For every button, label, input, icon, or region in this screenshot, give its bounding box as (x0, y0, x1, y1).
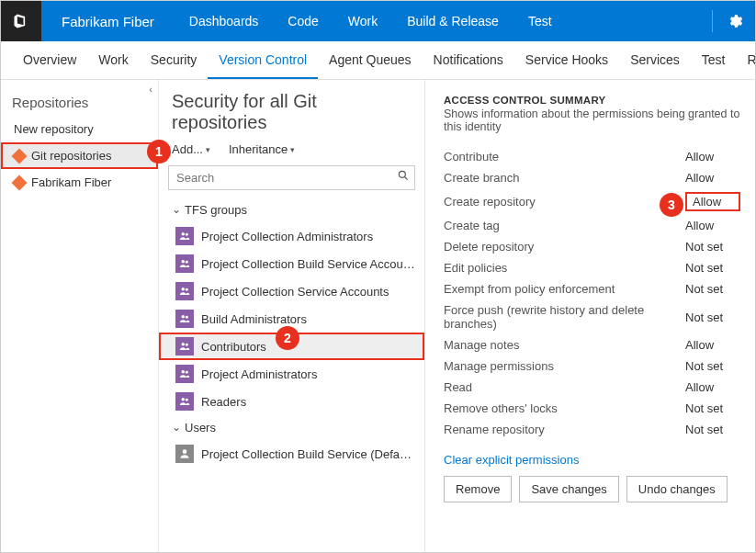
tab-security[interactable]: Security (140, 41, 209, 79)
git-diamond-icon (12, 148, 28, 164)
nav-divider (712, 10, 713, 32)
project-name[interactable]: Fabrikam Fiber (41, 1, 175, 41)
repo-item-new-repository[interactable]: New repository (1, 116, 158, 142)
svg-point-5 (186, 261, 188, 264)
tab-services[interactable]: Services (619, 41, 691, 79)
repositories-panel: ‹ Repositories New repositoryGit reposit… (1, 80, 159, 552)
tab-service-hooks[interactable]: Service Hooks (514, 41, 619, 79)
tab-notifications[interactable]: Notifications (423, 41, 514, 79)
tab-agent-queues[interactable]: Agent Queues (318, 41, 423, 79)
svg-line-1 (405, 177, 408, 180)
inheritance-menu[interactable]: Inheritance▾ (229, 142, 295, 156)
tab-work[interactable]: Work (87, 41, 139, 79)
group-project-collection-build-service-accounts[interactable]: Project Collection Build Service Account… (159, 250, 424, 277)
tab-release[interactable]: Release (737, 41, 756, 79)
permission-row: Exempt from policy enforcementNot set (444, 278, 740, 299)
settings-gear-icon[interactable] (715, 1, 755, 41)
repo-item-git-repositories[interactable]: Git repositories (1, 142, 158, 169)
svg-point-3 (186, 233, 188, 236)
undo-changes-button[interactable]: Undo changes (626, 476, 728, 502)
permission-value[interactable]: Not set (685, 240, 740, 254)
users-header[interactable]: Users (159, 415, 424, 440)
permission-value[interactable]: Allow (685, 338, 740, 352)
group-icon (175, 392, 194, 411)
repo-item-fabrikam-fiber[interactable]: Fabrikam Fiber (1, 169, 158, 196)
user-label: Project Collection Build Service (Defaul… (201, 447, 415, 461)
topnav-test[interactable]: Test (513, 1, 567, 41)
permission-value[interactable]: Allow (685, 150, 740, 164)
permission-row: Edit policiesNot set (444, 257, 740, 278)
save-changes-button[interactable]: Save changes (519, 476, 618, 502)
permission-name: Manage notes (444, 338, 519, 352)
group-readers[interactable]: Readers (159, 388, 424, 415)
permission-value[interactable]: Not set (685, 401, 740, 415)
remove-button[interactable]: Remove (444, 476, 512, 502)
svg-point-2 (182, 232, 186, 235)
group-project-collection-administrators[interactable]: Project Collection Administrators (159, 222, 424, 250)
repo-item-label: Git repositories (31, 149, 111, 163)
permission-value[interactable]: Not set (685, 261, 740, 275)
permission-row: Manage notesAllow (444, 334, 740, 356)
group-icon (175, 310, 194, 328)
group-icon (175, 254, 194, 273)
security-groups-panel: Security for all Git repositories Add...… (159, 80, 425, 552)
topnav-code[interactable]: Code (273, 1, 333, 41)
svg-point-10 (182, 343, 186, 346)
permission-row: Create repositoryAllow (444, 188, 740, 215)
search-icon[interactable] (397, 169, 410, 185)
group-icon (175, 365, 194, 383)
topnav-work[interactable]: Work (333, 1, 392, 41)
collapse-left-icon[interactable]: ‹ (149, 84, 152, 95)
group-label: Build Administrators (201, 312, 307, 326)
topnav-build-release[interactable]: Build & Release (392, 1, 513, 41)
svg-point-11 (186, 344, 188, 346)
permission-value[interactable]: Allow (685, 219, 740, 232)
user-item[interactable]: Project Collection Build Service (Defaul… (159, 440, 424, 468)
permission-value[interactable]: Not set (685, 423, 740, 436)
group-label: Readers (201, 395, 246, 409)
tab-overview[interactable]: Overview (12, 41, 87, 79)
tab-version-control[interactable]: Version Control (208, 41, 318, 79)
permission-row: Create tagAllow (444, 215, 740, 236)
permission-name: Manage permissions (444, 359, 554, 373)
group-label: Project Administrators (201, 367, 317, 381)
svg-point-14 (182, 398, 186, 401)
permission-value[interactable]: Not set (685, 310, 740, 324)
tab-test[interactable]: Test (691, 41, 737, 79)
topnav-dashboards[interactable]: Dashboards (175, 1, 274, 41)
permission-name: Contribute (444, 150, 499, 164)
group-project-administrators[interactable]: Project Administrators (159, 360, 424, 388)
group-icon (175, 282, 194, 300)
acs-heading: ACCESS CONTROL SUMMARY (444, 95, 740, 106)
permission-value[interactable]: Allow (685, 380, 740, 394)
clear-permissions-link[interactable]: Clear explicit permissions (444, 453, 740, 467)
permission-row: Create branchAllow (444, 167, 740, 188)
repo-item-label: New repository (14, 122, 94, 136)
permission-row: ContributeAllow (444, 146, 740, 167)
repo-item-label: Fabrikam Fiber (31, 175, 111, 189)
svg-point-13 (186, 371, 188, 374)
permission-row: Manage permissionsNot set (444, 356, 740, 377)
permissions-panel: ACCESS CONTROL SUMMARY Shows information… (425, 80, 755, 552)
add-menu[interactable]: Add...▾ (172, 142, 210, 156)
svg-point-7 (186, 288, 188, 291)
permission-value[interactable]: Allow (685, 192, 740, 211)
group-label: Project Collection Administrators (201, 230, 373, 243)
permission-value[interactable]: Not set (685, 282, 740, 296)
app-logo[interactable] (1, 1, 41, 41)
svg-point-8 (182, 315, 186, 319)
svg-point-15 (186, 399, 188, 401)
tfs-groups-header[interactable]: TFS groups (159, 198, 424, 222)
permission-name: Remove others' locks (444, 401, 558, 415)
permission-name: Edit policies (444, 261, 507, 275)
permission-row: Rename repositoryNot set (444, 419, 740, 440)
svg-point-0 (399, 171, 405, 177)
search-input[interactable] (168, 165, 415, 190)
permission-value[interactable]: Not set (685, 359, 740, 373)
group-label: Contributors (201, 340, 266, 354)
permission-name: Create branch (444, 171, 519, 185)
callout-3: 3 (660, 193, 683, 217)
group-project-collection-service-accounts[interactable]: Project Collection Service Accounts (159, 277, 424, 305)
group-icon (175, 337, 194, 356)
permission-value[interactable]: Allow (685, 171, 740, 185)
